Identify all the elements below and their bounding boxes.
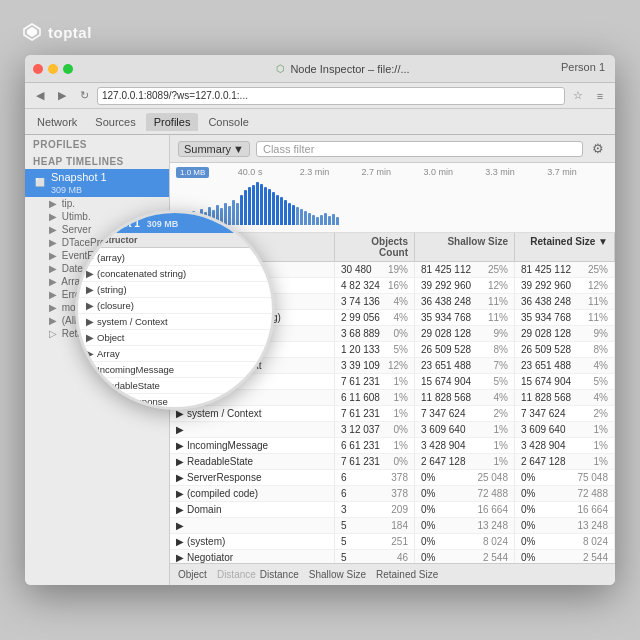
svg-marker-1 — [27, 27, 37, 37]
table-row[interactable]: ▶ReadableState 7 61 2310% 2 647 1281% 2 … — [170, 454, 615, 470]
class-filter-input[interactable]: Class filter — [256, 141, 583, 157]
window-title: ⬡ Node Inspector – file://... — [79, 63, 607, 75]
nav-bar: ◀ ▶ ↻ 127.0.0.1:8089/?ws=127.0.0.1:... ☆… — [25, 83, 615, 109]
th-retained[interactable]: Retained Size ▼ — [515, 233, 615, 261]
node-icon: ⬡ — [276, 63, 285, 74]
mag-row[interactable]: ▶(concatenated string) — [78, 266, 272, 282]
magnifier-overlay: Snapshot 1 309 MB Save Constructor ▶(arr… — [75, 210, 275, 410]
browser-window: ⬡ Node Inspector – file://... Person 1 ◀… — [25, 55, 615, 585]
bottom-toolbar: Object Distance Distance Shallow Size Re… — [170, 563, 615, 585]
mag-row[interactable]: ▶IncomingMessage — [78, 362, 272, 378]
distance-label: Distance — [217, 569, 256, 580]
mag-row[interactable]: ▶(array) — [78, 250, 272, 266]
table-row[interactable]: ▶Negotiator 546 0%2 544 0%2 544 — [170, 550, 615, 563]
person-label: Person 1 — [561, 61, 605, 73]
table-row[interactable]: ▶ 3 12 0370% 3 609 6401% 3 609 6401% — [170, 422, 615, 438]
close-button[interactable] — [33, 64, 43, 74]
traffic-lights — [33, 64, 73, 74]
top-toolbar: Summary ▼ Class filter ⚙ — [170, 135, 615, 163]
snapshot-badge: 1.0 MB — [176, 167, 209, 178]
table-row[interactable]: ▶system / Context 7 61 2311% 7 347 6242%… — [170, 406, 615, 422]
toptal-logo: toptal — [22, 22, 92, 42]
th-count[interactable]: Objects Count — [335, 233, 415, 261]
mag-row[interactable]: ▶Object — [78, 330, 272, 346]
table-row[interactable]: ▶IncomingMessage 6 61 2311% 3 428 9041% … — [170, 438, 615, 454]
mag-save-button[interactable]: Save — [233, 217, 264, 229]
tab-profiles[interactable]: Profiles — [146, 113, 199, 131]
back-button[interactable]: ◀ — [31, 87, 49, 105]
settings-button[interactable]: ⚙ — [589, 140, 607, 158]
object-label: Object — [178, 569, 207, 580]
magnifier-rows: ▶(array) ▶(concatenated string) ▶(string… — [78, 248, 272, 407]
forward-button[interactable]: ▶ — [53, 87, 71, 105]
desktop: toptal ⬡ Node Inspector – file://... Per… — [0, 0, 640, 640]
mag-row[interactable]: ▶ServerResponse — [78, 394, 272, 407]
tab-network[interactable]: Network — [29, 113, 85, 131]
heap-timelines-label: HEAP TIMELINES — [25, 152, 169, 169]
devtools-tabs: Network Sources Profiles Console — [25, 109, 615, 135]
magnifier-header: Snapshot 1 309 MB Save — [78, 213, 272, 233]
table-row[interactable]: ▶(compiled code) 6378 0%72 488 0%72 488 — [170, 486, 615, 502]
refresh-button[interactable]: ↻ — [75, 87, 93, 105]
mag-row[interactable]: ▶ReadableState — [78, 378, 272, 394]
table-row[interactable]: ▶ServerResponse 6378 0%25 048 0%75 048 — [170, 470, 615, 486]
toptal-text: toptal — [48, 24, 92, 41]
magnifier-content: Snapshot 1 309 MB Save Constructor ▶(arr… — [78, 213, 272, 407]
mag-row[interactable]: ▶(closure) — [78, 298, 272, 314]
toptal-icon — [22, 22, 42, 42]
th-shallow[interactable]: Shallow Size — [415, 233, 515, 261]
profiles-label: Profiles — [25, 135, 169, 152]
table-row[interactable]: ▶(system) 5251 0%8 024 0%8 024 — [170, 534, 615, 550]
table-row[interactable]: ▶ 5184 0%13 248 0%13 248 — [170, 518, 615, 534]
bookmark-button[interactable]: ☆ — [569, 87, 587, 105]
timeline-ruler: 20.0 s 40.0 s 2.3 min 2.7 min 3.0 min 3.… — [176, 167, 609, 177]
menu-button[interactable]: ≡ — [591, 87, 609, 105]
mag-row[interactable]: ▶system / Context — [78, 314, 272, 330]
maximize-button[interactable] — [63, 64, 73, 74]
tab-sources[interactable]: Sources — [87, 113, 143, 131]
snapshot-item[interactable]: ⬜ Snapshot 1 309 MB — [25, 169, 169, 197]
mag-row[interactable]: ▶(string) — [78, 282, 272, 298]
table-row[interactable]: ▶Domain 3209 0%16 664 0%16 664 — [170, 502, 615, 518]
mag-constructor-header: Constructor — [86, 235, 138, 245]
mag-snapshot-label: Snapshot 1 309 MB — [86, 218, 178, 229]
heap-icon: ⬜ — [33, 176, 47, 190]
sidebar-sub-tip[interactable]: ▶ tip. — [25, 197, 169, 210]
tab-console[interactable]: Console — [200, 113, 256, 131]
title-bar: ⬡ Node Inspector – file://... Person 1 — [25, 55, 615, 83]
mag-row[interactable]: ▶Array — [78, 346, 272, 362]
summary-dropdown[interactable]: Summary ▼ — [178, 141, 250, 157]
minimize-button[interactable] — [48, 64, 58, 74]
url-bar[interactable]: 127.0.0.1:8089/?ws=127.0.0.1:... — [97, 87, 565, 105]
snapshot-label: Snapshot 1 309 MB — [51, 171, 107, 195]
